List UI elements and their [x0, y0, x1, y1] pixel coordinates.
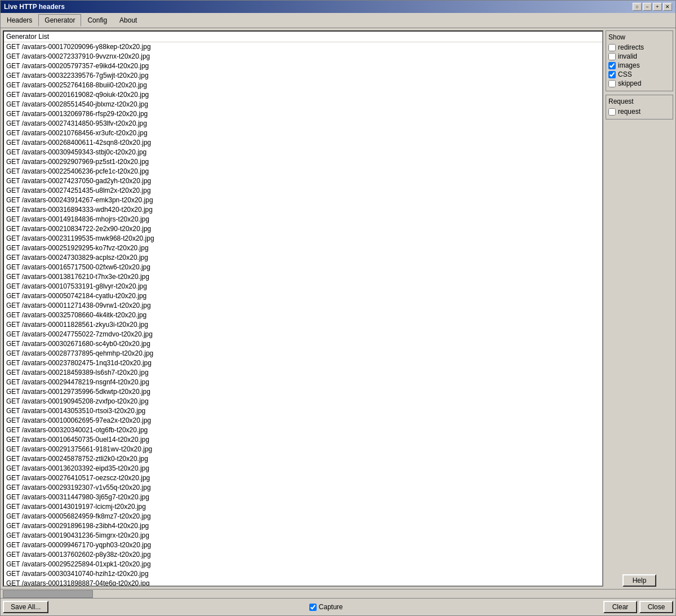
invalid-label: invalid	[618, 52, 637, 60]
list-item[interactable]: GET /avatars-000252764168-8buii0-t20x20.…	[4, 81, 602, 90]
list-item[interactable]: GET /avatars-000291896198-z3ibh4-t20x20.…	[4, 521, 602, 531]
list-item[interactable]: GET /avatars-000205797357-e9ikd4-t20x20.…	[4, 61, 602, 71]
list-item[interactable]: GET /avatars-000210768456-xr3ufc-t20x20.…	[4, 128, 602, 138]
tab-generator[interactable]: Generator	[38, 14, 81, 26]
maximize-button[interactable]: +	[653, 3, 662, 11]
list-item[interactable]: GET /avatars-000245878752-ztli2k0-t20x20…	[4, 454, 602, 464]
clear-button[interactable]: Clear	[603, 601, 637, 613]
list-item[interactable]: GET /avatars-000129735996-5dkwtp-t20x20.…	[4, 387, 602, 397]
save-all-button[interactable]: Save All...	[3, 601, 48, 613]
horizontal-scrollbar[interactable]	[1, 589, 675, 598]
list-item[interactable]: GET /avatars-000201619082-q9oiuk-t20x20.…	[4, 90, 602, 100]
list-item[interactable]: GET /avatars-000316894333-wdh420-t20x20.…	[4, 205, 602, 215]
list-item[interactable]: GET /avatars-000285514540-jblxmz-t20x20.…	[4, 100, 602, 109]
list-item[interactable]: GET /avatars-000137602602-p8y38z-t20x20.…	[4, 550, 602, 560]
list-item[interactable]: GET /avatars-000218459389-ls6sh7-t20x20.…	[4, 368, 602, 378]
redirects-label: redirects	[618, 43, 644, 51]
list-item[interactable]: GET /avatars-000294478219-nsgnf4-t20x20.…	[4, 378, 602, 387]
main-window: Live HTTP headers ○ − + ✕ Headers Genera…	[0, 0, 676, 616]
list-item[interactable]: GET /avatars-000247303829-acplsz-t20x20.…	[4, 253, 602, 263]
list-item[interactable]: GET /avatars-000138176210-t7hx3e-t20x20.…	[4, 272, 602, 282]
list-item[interactable]: GET /avatars-000272337910-9vvznx-t20x20.…	[4, 52, 602, 61]
list-item[interactable]: GET /avatars-000107533191-g8lvyr-t20x20.…	[4, 282, 602, 291]
list-item[interactable]: GET /avatars-000247755022-7zmdvo-t20x20.…	[4, 330, 602, 339]
list-item[interactable]: GET /avatars-000225406236-pcfe1c-t20x20.…	[4, 167, 602, 176]
window-controls: ○ − + ✕	[633, 3, 672, 11]
list-item[interactable]: GET /avatars-000292907969-pz5st1-t20x20.…	[4, 157, 602, 167]
css-label: CSS	[618, 70, 632, 78]
skipped-checkbox[interactable]	[608, 80, 616, 87]
list-item[interactable]: GET /avatars-000303410740-hzih1z-t20x20.…	[4, 569, 602, 579]
close-button[interactable]: ✕	[663, 3, 672, 11]
request-group: Request request	[606, 95, 673, 119]
list-item[interactable]: GET /avatars-000309459343-stbj0c-t20x20.…	[4, 148, 602, 157]
tab-headers[interactable]: Headers	[1, 14, 38, 26]
list-item[interactable]: GET /avatars-000251929295-ko7fvz-t20x20.…	[4, 243, 602, 253]
bottom-right: Clear Close	[603, 601, 673, 613]
list-content[interactable]: GET /avatars-000170209096-y88kep-t20x20.…	[4, 42, 602, 586]
css-checkbox[interactable]	[608, 71, 616, 78]
list-item[interactable]: GET /avatars-000011271438-09vrw1-t20x20.…	[4, 301, 602, 311]
list-item[interactable]: GET /avatars-000210834722-2e2x90-t20x20.…	[4, 224, 602, 234]
close-button[interactable]: Close	[639, 601, 673, 613]
list-item[interactable]: GET /avatars-000243914267-emk3pn-t20x20.…	[4, 196, 602, 205]
list-item[interactable]: GET /avatars-000056824959-fk8mz7-t20x20.…	[4, 512, 602, 521]
list-item[interactable]: GET /avatars-000100062695-97ea2x-t20x20.…	[4, 416, 602, 426]
tab-config[interactable]: Config	[81, 14, 113, 26]
minimize-button[interactable]: −	[643, 3, 652, 11]
list-item[interactable]: GET /avatars-000274251435-u8lm2x-t20x20.…	[4, 186, 602, 196]
request-checkbox[interactable]	[608, 108, 616, 116]
list-item[interactable]: GET /avatars-000311447980-3j65g7-t20x20.…	[4, 493, 602, 502]
list-item[interactable]: GET /avatars-000106450735-0uel14-t20x20.…	[4, 435, 602, 445]
list-item[interactable]: GET /avatars-000322339576-7g5wjt-t20x20.…	[4, 71, 602, 81]
info-button[interactable]: ○	[633, 3, 642, 11]
skipped-row: skipped	[608, 79, 670, 87]
redirects-row: redirects	[608, 43, 670, 51]
images-row: images	[608, 61, 670, 69]
capture-label: Capture	[319, 603, 343, 611]
list-item[interactable]: GET /avatars-000143019197-lcicmj-t20x20.…	[4, 502, 602, 512]
bottom-left: Save All...	[3, 601, 48, 613]
capture-checkbox[interactable]	[309, 604, 317, 611]
request-title: Request	[608, 98, 670, 105]
list-item[interactable]: GET /avatars-000190945208-zvxfpo-t20x20.…	[4, 397, 602, 406]
list-item[interactable]: GET /avatars-000231199535-mwk968-t20x20.…	[4, 234, 602, 243]
list-item[interactable]: GET /avatars-000274237050-gad2yh-t20x20.…	[4, 176, 602, 186]
skipped-label: skipped	[618, 79, 641, 87]
list-item[interactable]: GET /avatars-000320340021-otg6fb-t20x20.…	[4, 426, 602, 435]
tab-about[interactable]: About	[113, 14, 143, 26]
help-button[interactable]: Help	[622, 574, 656, 587]
list-item[interactable]: GET /avatars-000099467170-yqph03-t20x20.…	[4, 540, 602, 550]
list-item[interactable]: GET /avatars-000268400611-42sqn8-t20x20.…	[4, 138, 602, 148]
window-title: Live HTTP headers	[4, 3, 65, 11]
title-bar: Live HTTP headers ○ − + ✕	[1, 1, 675, 13]
menu-bar: Headers Generator Config About	[1, 13, 675, 28]
list-item[interactable]: GET /avatars-000274314850-953lfv-t20x20.…	[4, 119, 602, 128]
list-item[interactable]: GET /avatars-000276410517-oezscz-t20x20.…	[4, 473, 602, 483]
list-item[interactable]: GET /avatars-000143053510-rtsoi3-t20x20.…	[4, 406, 602, 416]
list-item[interactable]: GET /avatars-000287737895-qehmhp-t20x20.…	[4, 349, 602, 358]
list-item[interactable]: GET /avatars-000011828561-zkyu3i-t20x20.…	[4, 320, 602, 330]
images-checkbox[interactable]	[608, 62, 616, 69]
request-label: request	[618, 108, 641, 116]
list-item[interactable]: GET /avatars-000295225894-01xpk1-t20x20.…	[4, 560, 602, 569]
request-row: request	[608, 108, 670, 116]
invalid-row: invalid	[608, 52, 670, 60]
list-item[interactable]: GET /avatars-000291375661-9181wv-t20x20.…	[4, 445, 602, 454]
list-item[interactable]: GET /avatars-000132069786-rfsp29-t20x20.…	[4, 109, 602, 119]
css-row: CSS	[608, 70, 670, 78]
list-item[interactable]: GET /avatars-000136203392-eipd35-t20x20.…	[4, 464, 602, 473]
list-item[interactable]: GET /avatars-000050742184-cyatlu-t20x20.…	[4, 291, 602, 301]
list-item[interactable]: GET /avatars-000131898887-04te6g-t20x20.…	[4, 579, 602, 586]
list-item[interactable]: GET /avatars-000190431236-5imgrx-t20x20.…	[4, 531, 602, 540]
list-item[interactable]: GET /avatars-000165717500-02fxw6-t20x20.…	[4, 263, 602, 272]
list-item[interactable]: GET /avatars-000302671680-sc4yb0-t20x20.…	[4, 339, 602, 349]
list-item[interactable]: GET /avatars-000149184836-mhojrs-t20x20.…	[4, 215, 602, 224]
redirects-checkbox[interactable]	[608, 44, 616, 51]
list-item[interactable]: GET /avatars-000170209096-y88kep-t20x20.…	[4, 42, 602, 52]
list-item[interactable]: GET /avatars-000237802475-1nq31d-t20x20.…	[4, 358, 602, 368]
list-item[interactable]: GET /avatars-000325708660-4k4itk-t20x20.…	[4, 311, 602, 320]
list-item[interactable]: GET /avatars-000293192307-v1v55q-t20x20.…	[4, 483, 602, 493]
invalid-checkbox[interactable]	[608, 53, 616, 60]
bottom-bar: Save All... Capture Clear Close	[1, 598, 675, 615]
